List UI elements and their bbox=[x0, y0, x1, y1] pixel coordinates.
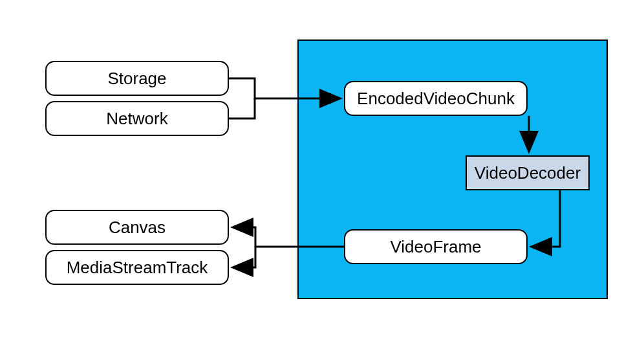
node-label: MediaStreamTrack bbox=[67, 258, 208, 278]
node-label: VideoDecoder bbox=[475, 163, 581, 183]
node-video-decoder: VideoDecoder bbox=[466, 155, 590, 190]
node-video-frame: VideoFrame bbox=[344, 229, 528, 264]
node-label: VideoFrame bbox=[390, 237, 481, 257]
node-label: Storage bbox=[107, 69, 166, 89]
node-encoded-video-chunk: EncodedVideoChunk bbox=[344, 81, 528, 116]
node-canvas: Canvas bbox=[45, 210, 229, 245]
node-label: Canvas bbox=[109, 218, 166, 238]
node-label: EncodedVideoChunk bbox=[357, 89, 515, 109]
node-label: Network bbox=[106, 109, 167, 129]
node-storage: Storage bbox=[45, 61, 229, 96]
node-media-stream-track: MediaStreamTrack bbox=[45, 250, 229, 285]
node-network: Network bbox=[45, 101, 229, 136]
